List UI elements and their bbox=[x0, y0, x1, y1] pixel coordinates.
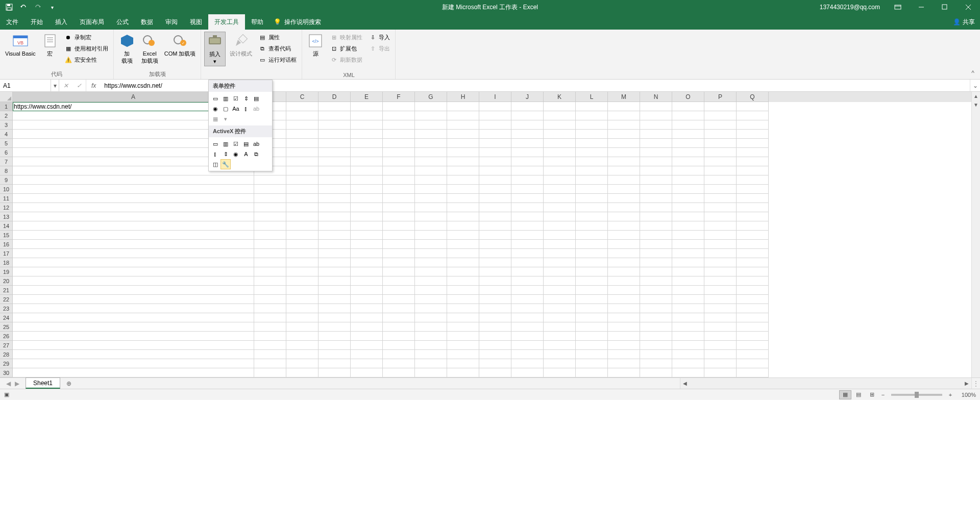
cell-M23[interactable] bbox=[608, 304, 640, 313]
cell-J27[interactable] bbox=[511, 341, 544, 350]
cell-E4[interactable] bbox=[351, 130, 383, 139]
cell-F20[interactable] bbox=[383, 276, 415, 286]
cell-N29[interactable] bbox=[640, 359, 672, 368]
excel-addins-button[interactable]: Excel 加载项 bbox=[139, 32, 160, 65]
cell-F24[interactable] bbox=[383, 313, 415, 322]
column-header-O[interactable]: O bbox=[672, 92, 704, 102]
cell-O5[interactable] bbox=[672, 139, 704, 148]
cell-Q13[interactable] bbox=[737, 212, 769, 221]
cell-M30[interactable] bbox=[608, 368, 640, 377]
expansion-pack-button[interactable]: ⊡ 扩展包 bbox=[328, 43, 364, 54]
form-optionbutton-control[interactable]: ◉ bbox=[210, 104, 220, 114]
cell-G19[interactable] bbox=[415, 267, 447, 276]
cell-G8[interactable] bbox=[415, 166, 447, 175]
activex-commandbutton-control[interactable]: ▭ bbox=[210, 139, 220, 149]
xml-import-button[interactable]: ⇩ 导入 bbox=[366, 32, 392, 43]
activex-optionbutton-control[interactable]: ◉ bbox=[231, 149, 241, 159]
cell-G11[interactable] bbox=[415, 194, 447, 203]
cell-O6[interactable] bbox=[672, 148, 704, 157]
xml-source-button[interactable]: </> 源 bbox=[305, 32, 326, 58]
cell-O21[interactable] bbox=[672, 286, 704, 295]
cell-D18[interactable] bbox=[318, 258, 351, 267]
cell-P2[interactable] bbox=[704, 111, 737, 120]
cell-M29[interactable] bbox=[608, 359, 640, 368]
cell-I25[interactable] bbox=[479, 322, 511, 332]
cell-C25[interactable] bbox=[286, 322, 318, 332]
cell-I19[interactable] bbox=[479, 267, 511, 276]
cell-K4[interactable] bbox=[544, 130, 576, 139]
cell-G30[interactable] bbox=[415, 368, 447, 377]
cell-I7[interactable] bbox=[479, 157, 511, 166]
cell-F29[interactable] bbox=[383, 359, 415, 368]
cell-G1[interactable] bbox=[415, 102, 447, 111]
cell-O20[interactable] bbox=[672, 276, 704, 286]
cell-M14[interactable] bbox=[608, 221, 640, 231]
row-header-19[interactable]: 19 bbox=[0, 267, 13, 276]
cell-Q1[interactable] bbox=[737, 102, 769, 111]
cell-M26[interactable] bbox=[608, 332, 640, 341]
activex-image-control[interactable]: ⧉ bbox=[251, 149, 261, 159]
cell-B25[interactable] bbox=[254, 322, 286, 332]
cell-Q2[interactable] bbox=[737, 111, 769, 120]
cell-B18[interactable] bbox=[254, 258, 286, 267]
com-addins-button[interactable]: ✓ COM 加载项 bbox=[162, 32, 198, 58]
cell-J25[interactable] bbox=[511, 322, 544, 332]
form-spinner-control[interactable]: ⇕ bbox=[241, 93, 251, 104]
cell-C19[interactable] bbox=[286, 267, 318, 276]
cell-M4[interactable] bbox=[608, 130, 640, 139]
cell-Q30[interactable] bbox=[737, 368, 769, 377]
cell-N28[interactable] bbox=[640, 350, 672, 359]
cell-N2[interactable] bbox=[640, 111, 672, 120]
cell-K21[interactable] bbox=[544, 286, 576, 295]
cell-D22[interactable] bbox=[318, 295, 351, 304]
cell-O22[interactable] bbox=[672, 295, 704, 304]
cell-N24[interactable] bbox=[640, 313, 672, 322]
cell-E6[interactable] bbox=[351, 148, 383, 157]
cell-D26[interactable] bbox=[318, 332, 351, 341]
cell-A9[interactable] bbox=[13, 175, 254, 185]
select-all-button[interactable] bbox=[0, 92, 13, 102]
cell-A17[interactable] bbox=[13, 249, 254, 258]
cell-F23[interactable] bbox=[383, 304, 415, 313]
cell-M10[interactable] bbox=[608, 185, 640, 194]
cell-I27[interactable] bbox=[479, 341, 511, 350]
cell-P8[interactable] bbox=[704, 166, 737, 175]
horizontal-scrollbar[interactable]: ◀ ▶ bbox=[680, 378, 971, 389]
cell-M21[interactable] bbox=[608, 286, 640, 295]
cell-O9[interactable] bbox=[672, 175, 704, 185]
cell-H15[interactable] bbox=[447, 231, 479, 240]
cell-Q15[interactable] bbox=[737, 231, 769, 240]
cell-A11[interactable] bbox=[13, 194, 254, 203]
cell-P16[interactable] bbox=[704, 240, 737, 249]
cell-E5[interactable] bbox=[351, 139, 383, 148]
undo-button[interactable] bbox=[19, 3, 28, 11]
qat-customize-button[interactable]: ▾ bbox=[48, 3, 56, 11]
cell-K10[interactable] bbox=[544, 185, 576, 194]
cell-H16[interactable] bbox=[447, 240, 479, 249]
cell-P22[interactable] bbox=[704, 295, 737, 304]
tab-view[interactable]: 视图 bbox=[184, 14, 208, 30]
cell-I18[interactable] bbox=[479, 258, 511, 267]
row-header-7[interactable]: 7 bbox=[0, 157, 13, 166]
cell-L28[interactable] bbox=[576, 350, 608, 359]
cell-O29[interactable] bbox=[672, 359, 704, 368]
scroll-left-button[interactable]: ◀ bbox=[680, 378, 689, 389]
cell-P25[interactable] bbox=[704, 322, 737, 332]
cell-H6[interactable] bbox=[447, 148, 479, 157]
cell-J2[interactable] bbox=[511, 111, 544, 120]
cell-D6[interactable] bbox=[318, 148, 351, 157]
cell-D14[interactable] bbox=[318, 221, 351, 231]
cell-L16[interactable] bbox=[576, 240, 608, 249]
form-checkbox-control[interactable]: ☑ bbox=[231, 93, 241, 104]
cell-L27[interactable] bbox=[576, 341, 608, 350]
cell-F2[interactable] bbox=[383, 111, 415, 120]
cell-M22[interactable] bbox=[608, 295, 640, 304]
cell-M28[interactable] bbox=[608, 350, 640, 359]
cell-O26[interactable] bbox=[672, 332, 704, 341]
cell-H1[interactable] bbox=[447, 102, 479, 111]
cell-A13[interactable] bbox=[13, 212, 254, 221]
cell-O16[interactable] bbox=[672, 240, 704, 249]
row-header-15[interactable]: 15 bbox=[0, 231, 13, 240]
page-break-view-button[interactable]: ⊞ bbox=[866, 390, 878, 399]
row-header-13[interactable]: 13 bbox=[0, 212, 13, 221]
